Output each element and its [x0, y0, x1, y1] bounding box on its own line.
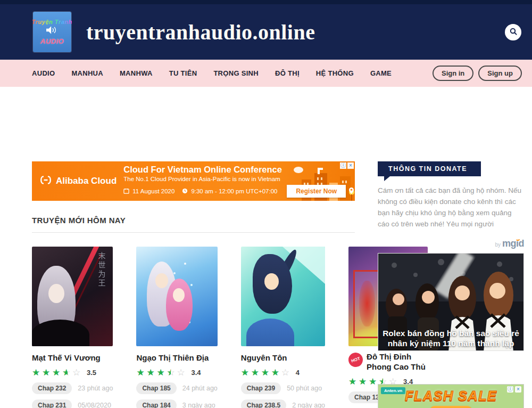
search-button[interactable] — [505, 24, 521, 40]
clock-icon — [182, 188, 188, 195]
sign-up-button[interactable]: Sign up — [478, 66, 522, 81]
comic-title[interactable]: Nguyên Tôn — [241, 353, 325, 363]
nav-item-tu-tien[interactable]: TU TIÊN — [169, 69, 197, 77]
ad-brand: Alibaba Cloud — [56, 176, 117, 186]
search-icon — [509, 27, 518, 37]
speaker-icon — [46, 26, 58, 36]
star-rating: ☆★☆★☆★☆★☆★ — [32, 368, 82, 377]
mgid-logo: mgid — [502, 238, 524, 249]
star-rating: ☆★☆★☆★☆★☆★ — [136, 368, 187, 377]
chapter-badge[interactable]: Chap 184 — [136, 399, 176, 408]
rating-value: 4 — [296, 369, 300, 377]
star-rating: ☆★☆★☆★☆★☆★ — [241, 368, 292, 377]
cover-art-robe — [246, 319, 294, 346]
nav-item-manhwa[interactable]: MANHWA — [120, 69, 153, 77]
cover-art-dress — [32, 320, 89, 346]
comic-cover[interactable]: 末世为王 — [32, 247, 113, 346]
comic-title[interactable]: Ngạo Thị Thiên Địa — [136, 353, 217, 363]
comic-cover[interactable] — [136, 247, 217, 346]
cover-art-face — [48, 284, 64, 303]
register-now-button[interactable]: Register Now — [287, 185, 346, 198]
calendar-icon — [123, 188, 129, 195]
section-divider — [32, 232, 355, 233]
mgid-by-label: by — [495, 242, 501, 248]
chapter-time: 50 phút ago — [287, 385, 322, 392]
chapter-badge[interactable]: Chap 232 — [32, 382, 72, 394]
nav-item-game[interactable]: GAME — [370, 69, 392, 77]
cover-art-sparkles — [184, 263, 186, 265]
alibaba-banner-ad[interactable]: ⓘ × Alibaba Cloud Cloud For Vietnam Onli… — [32, 161, 355, 201]
chapter-time: 23 phút ago — [78, 385, 113, 392]
chapter-time: 3 ngày ago — [182, 402, 215, 408]
main-nav: AUDIO MANHUA MANHWA TU TIÊN TRỌNG SINH Đ… — [0, 60, 532, 87]
native-ad-caption[interactable]: Rolex bán đồng hồ bản sao siêu rẻ nhân k… — [378, 328, 523, 349]
donate-text: Cám ơn tất cả các bạn đã ủng hộ nhóm. Nế… — [378, 185, 524, 230]
location-pin-icon — [349, 187, 354, 195]
logo-text-audio: AUDIO — [40, 37, 64, 45]
hot-badge: HOT — [347, 350, 365, 369]
cover-art-calligraphy — [359, 281, 375, 327]
comic-cover[interactable] — [241, 247, 325, 346]
nav-item-he-thong[interactable]: HỆ THỐNG — [316, 69, 354, 77]
new-comics-grid: 末世为王 Mạt Thế Vi Vương ☆★☆★☆★☆★☆★ 3.5 Cha… — [32, 247, 355, 408]
site-title[interactable]: truyentranhaudio.online — [86, 20, 315, 45]
nav-item-trong-sinh[interactable]: TRỌNG SINH — [213, 69, 259, 77]
xem-ngay-button[interactable]: XEM NGAY — [429, 406, 472, 408]
chapter-time: 05/08/2020 — [78, 402, 111, 408]
comic-title[interactable]: Mạt Thế Vi Vương — [32, 353, 113, 363]
native-ad[interactable]: Rolex bán đồng hồ bản sao siêu rẻ nhân k… — [378, 253, 524, 351]
section-title: TRUYỆN MỚI HÔM NAY — [32, 216, 355, 225]
chapter-time: 2 ngày ago — [292, 402, 325, 408]
donate-heading: THÔNG TIN DONATE — [378, 161, 481, 176]
cover-art-face — [264, 273, 279, 290]
sign-in-button[interactable]: Sign in — [433, 66, 473, 81]
flash-sale-title: FLASH SALE — [378, 388, 523, 404]
nav-item-manhua[interactable]: MANHUA — [71, 69, 103, 77]
comic-card: Ngạo Thị Thiên Địa ☆★☆★☆★☆★☆★ 3.4 Chap 1… — [136, 247, 217, 408]
ad-close-icon[interactable]: × — [347, 162, 354, 169]
site-header: Truyện Tranh AUDIO truyentranhaudio.onli… — [0, 0, 532, 60]
rating-value: 3.5 — [87, 369, 96, 377]
chapter-time: 24 phút ago — [182, 385, 218, 392]
alibaba-cloud-icon — [39, 176, 53, 186]
cover-calligraphy: 末世为王 — [96, 252, 106, 288]
chapter-badge[interactable]: Chap 238.5 — [241, 399, 286, 408]
sidebar: THÔNG TIN DONATE Cám ơn tất cả các bạn đ… — [378, 161, 524, 408]
rating-value: 3.4 — [191, 369, 201, 377]
ad-info-icon[interactable]: ⓘ — [340, 162, 346, 169]
nav-item-audio[interactable]: AUDIO — [32, 69, 55, 77]
chapter-badge[interactable]: Chap 239 — [241, 382, 281, 394]
chapter-badge[interactable]: Chap 185 — [136, 382, 176, 394]
ad-date: 11 August 2020 — [132, 188, 174, 194]
flash-sale-ad[interactable]: Anten.vn ⓘ × FLASH SALE XEM NGAY — [378, 384, 524, 408]
site-logo[interactable]: Truyện Tranh AUDIO — [33, 12, 71, 52]
ad-subtitle: The No.1 Cloud Provider in Asia-Pacific … — [123, 176, 354, 182]
ad-time: 9:30 am - 12:00 pm UTC+07:00 — [191, 188, 277, 194]
chapter-badge[interactable]: Chap 231 — [32, 399, 72, 408]
nav-item-do-thi[interactable]: ĐÔ THỊ — [275, 69, 300, 77]
comic-card: 末世为王 Mạt Thế Vi Vương ☆★☆★☆★☆★☆★ 3.5 Cha… — [32, 247, 113, 408]
ad-title: Cloud For Vietnam Online Conference — [123, 165, 354, 175]
cover-art-figure — [166, 279, 193, 331]
logo-text-top: Truyện Tranh — [32, 19, 72, 25]
comic-card: Nguyên Tôn ☆★☆★☆★☆★☆★ 4 Chap 239 50 phút… — [241, 247, 325, 408]
